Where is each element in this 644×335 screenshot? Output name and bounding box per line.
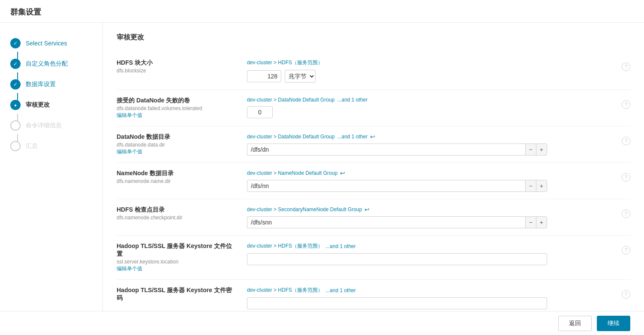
scope-and-other-datanode-failed-volumes[interactable]: ...and 1 other	[337, 97, 367, 103]
step-label-summary: 汇总	[26, 142, 38, 150]
section-title: 审核更改	[117, 33, 630, 42]
scope-text-namenode-data-dir: dev-cluster > NameNode Default Group	[247, 170, 337, 176]
help-icon-datanode-data-dir[interactable]: ?	[622, 137, 630, 145]
config-scope-namenode-data-dir: dev-cluster > NameNode Default Group ↩	[247, 170, 611, 176]
config-row-hdfs-checkpoint-dir: HDFS 检查点目录dfs.namenode.checkpoint.dirdev…	[117, 199, 630, 236]
config-scope-hadoop-ssl-keystore-password: dev-cluster > HDFS（服务范围） ...and 1 other	[247, 287, 611, 294]
config-key-datanode-data-dir: dfs.datanode.data.dir	[117, 142, 237, 148]
scope-text-hdfs-checkpoint-dir: dev-cluster > SecondaryNameNode Default …	[247, 206, 362, 212]
config-name-hadoop-ssl-keystore-password: Hadoop TLS/SSL 服务器 Keystore 文件密码	[117, 287, 237, 302]
config-name-hdfs-checkpoint-dir: HDFS 检查点目录	[117, 206, 237, 214]
config-add-btn-hdfs-checkpoint-dir[interactable]: +	[536, 217, 547, 228]
scope-and-other-hadoop-ssl-keystore-password[interactable]: ...and 1 other	[325, 287, 356, 293]
step-label-review-changes: 审核更改	[26, 101, 50, 109]
config-input-datanode-failed-volumes[interactable]	[247, 106, 273, 118]
step-circle-db-settings: ✓	[10, 79, 21, 90]
config-row-hadoop-ssl-keystore-location: Hadoop TLS/SSL 服务器 Keystore 文件位置ssl.serv…	[117, 236, 630, 280]
config-add-btn-datanode-data-dir[interactable]: +	[536, 144, 547, 155]
scope-and-other-datanode-data-dir[interactable]: ...and 1 other	[337, 134, 367, 140]
step-label-db-settings: 数据库设置	[26, 81, 56, 88]
config-key-datanode-failed-volumes: dfs.datanode.failed.volumes.tolerated	[117, 105, 237, 111]
help-icon-hadoop-ssl-keystore-location[interactable]: ?	[622, 246, 630, 254]
scope-text-datanode-failed-volumes: dev-cluster > DataNode Default Group	[247, 97, 334, 103]
config-edit-link-datanode-data-dir[interactable]: 编辑单个值	[117, 149, 142, 155]
scope-and-other-hadoop-ssl-keystore-location[interactable]: ...and 1 other	[325, 243, 356, 249]
config-add-btn-namenode-data-dir[interactable]: +	[536, 180, 547, 191]
config-input-namenode-data-dir[interactable]	[247, 180, 525, 192]
config-name-hadoop-ssl-keystore-location: Hadoop TLS/SSL 服务器 Keystore 文件位置	[117, 242, 237, 258]
footer: 返回 继续	[0, 311, 644, 335]
config-scope-hadoop-ssl-keystore-location: dev-cluster > HDFS（服务范围） ...and 1 other	[247, 242, 611, 250]
config-input-hdfs-block-size[interactable]	[247, 70, 281, 82]
config-edit-link-hadoop-ssl-keystore-location[interactable]: 编辑单个值	[117, 266, 142, 272]
page-title: 群集设置	[0, 0, 644, 23]
config-input-hadoop-ssl-keystore-password[interactable]	[247, 297, 547, 309]
scope-arrow-icon-hdfs-checkpoint-dir: ↩	[364, 206, 370, 213]
config-name-namenode-data-dir: NameNode 数据目录	[117, 170, 237, 177]
step-label-command-details: 命令详细信息	[26, 122, 62, 129]
config-remove-btn-namenode-data-dir[interactable]: −	[526, 180, 536, 191]
scope-text-hdfs-block-size: dev-cluster > HDFS（服务范围）	[247, 59, 323, 66]
help-icon-datanode-failed-volumes[interactable]: ?	[622, 100, 630, 109]
config-scope-datanode-data-dir: dev-cluster > DataNode Default Group ...…	[247, 133, 611, 140]
step-circle-review-changes: ●	[10, 100, 21, 110]
config-remove-btn-datanode-data-dir[interactable]: −	[526, 144, 536, 155]
config-input-hdfs-checkpoint-dir[interactable]	[247, 216, 525, 228]
help-icon-hdfs-block-size[interactable]: ?	[622, 63, 630, 71]
config-row-hdfs-block-size: HDFS 块大小dfs.blocksizedev-cluster > HDFS（…	[117, 52, 630, 90]
continue-button[interactable]: 继续	[597, 316, 630, 331]
back-button[interactable]: 返回	[558, 316, 592, 331]
config-unit-select-hdfs-block-size[interactable]: 兆字节千字节字节	[285, 70, 316, 83]
config-row-datanode-data-dir: DataNode 数据目录dfs.datanode.data.dir编辑单个值d…	[117, 126, 630, 163]
config-name-hdfs-block-size: HDFS 块大小	[117, 59, 237, 67]
config-row-namenode-data-dir: NameNode 数据目录dfs.namenode.name.dirdev-cl…	[117, 163, 630, 199]
config-name-datanode-data-dir: DataNode 数据目录	[117, 133, 237, 141]
step-item-command-details: 命令详细信息	[0, 115, 102, 136]
config-edit-link-datanode-failed-volumes[interactable]: 编辑单个值	[117, 112, 142, 118]
step-label-select-services: Select Services	[26, 40, 67, 47]
help-icon-hadoop-ssl-keystore-password[interactable]: ?	[622, 290, 630, 299]
config-input-hadoop-ssl-keystore-location[interactable]	[247, 253, 547, 265]
step-label-custom-role: 自定义角色分配	[26, 60, 68, 68]
config-key-namenode-data-dir: dfs.namenode.name.dir	[117, 178, 237, 184]
step-circle-summary	[10, 141, 21, 151]
step-item-custom-role[interactable]: ✓自定义角色分配	[0, 54, 102, 74]
scope-text-hadoop-ssl-keystore-location: dev-cluster > HDFS（服务范围）	[247, 242, 323, 250]
config-name-datanode-failed-volumes: 接受的 DataNode 失败的卷	[117, 97, 237, 105]
help-icon-namenode-data-dir[interactable]: ?	[622, 173, 630, 182]
config-key-hadoop-ssl-keystore-location: ssl.server.keystore.location	[117, 259, 237, 265]
config-scope-hdfs-checkpoint-dir: dev-cluster > SecondaryNameNode Default …	[247, 206, 611, 213]
step-item-select-services[interactable]: ✓Select Services	[0, 33, 102, 54]
help-icon-hdfs-checkpoint-dir[interactable]: ?	[622, 209, 630, 218]
scope-text-hadoop-ssl-keystore-password: dev-cluster > HDFS（服务范围）	[247, 287, 323, 294]
config-scope-hdfs-block-size: dev-cluster > HDFS（服务范围）	[247, 59, 611, 66]
sidebar: ✓Select Services✓自定义角色分配✓数据库设置●审核更改命令详细信…	[0, 23, 103, 335]
step-item-summary: 汇总	[0, 136, 102, 156]
config-key-hdfs-block-size: dfs.blocksize	[117, 68, 237, 74]
step-circle-custom-role: ✓	[10, 59, 21, 69]
config-remove-btn-hdfs-checkpoint-dir[interactable]: −	[526, 217, 536, 228]
config-input-datanode-data-dir[interactable]	[247, 144, 525, 156]
scope-text-datanode-data-dir: dev-cluster > DataNode Default Group	[247, 134, 334, 140]
step-item-review-changes[interactable]: ●审核更改	[0, 95, 102, 115]
config-key-hdfs-checkpoint-dir: dfs.namenode.checkpoint.dir	[117, 215, 237, 221]
step-circle-command-details	[10, 120, 21, 131]
config-row-datanode-failed-volumes: 接受的 DataNode 失败的卷dfs.datanode.failed.vol…	[117, 90, 630, 126]
scope-arrow-icon-namenode-data-dir: ↩	[340, 170, 345, 176]
scope-arrow-icon-datanode-data-dir: ↩	[370, 133, 375, 140]
step-circle-select-services: ✓	[10, 38, 21, 48]
main-content: 审核更改 HDFS 块大小dfs.blocksizedev-cluster > …	[103, 23, 644, 335]
step-item-db-settings[interactable]: ✓数据库设置	[0, 74, 102, 95]
config-scope-datanode-failed-volumes: dev-cluster > DataNode Default Group ...…	[247, 97, 611, 103]
